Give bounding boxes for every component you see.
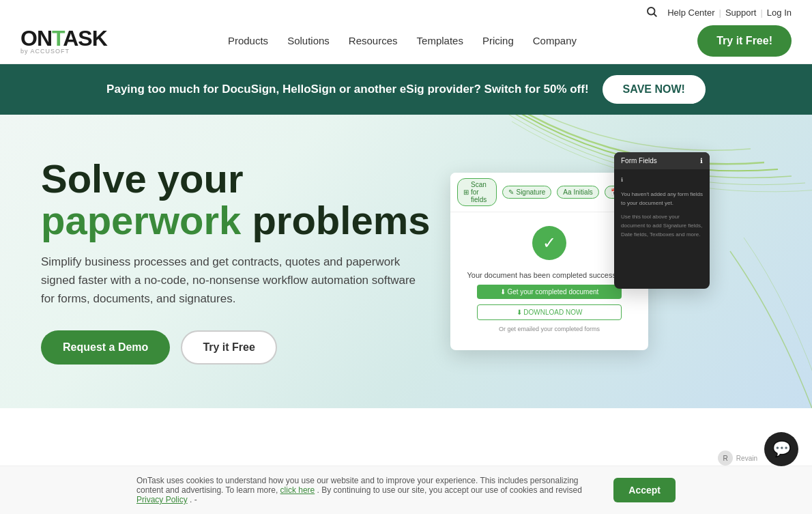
promo-banner: Paying too much for DocuSign, HelloSign … (0, 64, 812, 115)
separator: | (760, 8, 762, 18)
separator: | (719, 8, 721, 18)
toolbar-chip-scan: ⊞ Scan for fields (457, 178, 497, 206)
svg-line-1 (654, 14, 656, 16)
chat-widget[interactable]: 💬 (764, 432, 798, 466)
logo[interactable]: ONTASK by ACCUSOFT (20, 27, 107, 55)
accept-cookie-button[interactable]: Accept (613, 478, 676, 502)
revain-icon: R (717, 450, 734, 466)
help-center-link[interactable]: Help Center (667, 8, 714, 18)
svg-text:R: R (723, 455, 727, 462)
mockup-side-panel: Form Fields ℹ ℹ You haven't added any fo… (614, 152, 710, 289)
privacy-policy-link[interactable]: Privacy Policy (136, 495, 188, 504)
download-icon: ⬇ (500, 288, 506, 296)
banner-text: Paying too much for DocuSign, HelloSign … (106, 83, 589, 96)
search-icon[interactable] (646, 5, 658, 20)
signature-icon: ✎ (508, 188, 514, 196)
toolbar-chip-label: Signature (516, 188, 545, 196)
navbar: ONTASK by ACCUSOFT Products Solutions Re… (0, 25, 812, 64)
toolbar-chip-initials: Aa Initials (557, 186, 599, 199)
download-button[interactable]: ⬇ Get your completed document (477, 285, 622, 299)
scan-icon: ⊞ (463, 188, 469, 196)
hero-section: Solve your paperwork problems Simplify b… (0, 115, 812, 408)
login-link[interactable]: Log In (767, 8, 792, 18)
download-label: Get your completed document (507, 288, 598, 296)
secondary-download-button[interactable]: ⬇ DOWNLOAD NOW (477, 304, 622, 320)
nav-item-solutions[interactable]: Solutions (287, 35, 330, 46)
try-free-button[interactable]: Try it Free (181, 330, 276, 365)
info-icon: ℹ (700, 157, 703, 165)
toolbar-chip-signature: ✎ Signature (502, 186, 551, 199)
chat-icon: 💬 (772, 440, 791, 458)
toolbar-chip-label: Initials (574, 188, 593, 196)
logo-text: ONTASK (20, 26, 107, 51)
nav-item-templates[interactable]: Templates (417, 35, 463, 46)
hero-content: Solve your paperwork problems Simplify b… (41, 158, 450, 364)
cookie-banner: OnTask uses cookies to understand how yo… (0, 466, 812, 514)
hero-title-line1: Solve your (41, 156, 244, 201)
nav-links: Products Solutions Resources Templates P… (228, 35, 577, 47)
save-now-button[interactable]: SAVE NOW! (603, 75, 706, 104)
cookie-message2: . By continuing to use our site, you acc… (317, 485, 582, 495)
cookie-text: OnTask uses cookies to understand how yo… (136, 476, 593, 504)
revain-widget: R Revain (717, 450, 757, 466)
revain-label: Revain (736, 455, 757, 462)
nav-cta-button[interactable]: Try it Free! (697, 25, 792, 57)
nav-item-resources[interactable]: Resources (349, 35, 398, 46)
nav-item-products[interactable]: Products (228, 35, 268, 46)
toolbar-chip-label: Scan for fields (471, 181, 491, 203)
initials-icon: Aa (563, 188, 571, 196)
cookie-link[interactable]: click here (280, 485, 315, 495)
mockup-side-body: ℹ You haven't added any form fields to y… (614, 169, 710, 246)
hero-buttons: Request a Demo Try it Free (41, 330, 450, 365)
success-checkmark: ✓ (532, 226, 566, 260)
hero-title-green: paperwork (41, 198, 241, 242)
success-message: Your document has been completed success… (467, 271, 631, 279)
nav-item-company[interactable]: Company (533, 35, 577, 46)
request-demo-button[interactable]: Request a Demo (41, 330, 170, 365)
hero-title-rest: problems (241, 198, 430, 242)
hero-title: Solve your paperwork problems (41, 158, 450, 242)
hero-subtitle: Simplify business processes and get cont… (41, 253, 416, 309)
hero-mockup: ⊞ Scan for fields ✎ Signature Aa Initial… (450, 152, 710, 371)
form-fields-label: Form Fields (621, 157, 657, 165)
cookie-message3: . - (190, 495, 197, 504)
support-link[interactable]: Support (725, 8, 757, 18)
utility-bar: Help Center | Support | Log In (0, 0, 812, 25)
secondary-text: Or get emailed your completed forms (499, 326, 600, 332)
mockup-side-header: Form Fields ℹ (614, 152, 710, 169)
nav-item-pricing[interactable]: Pricing (482, 35, 514, 46)
